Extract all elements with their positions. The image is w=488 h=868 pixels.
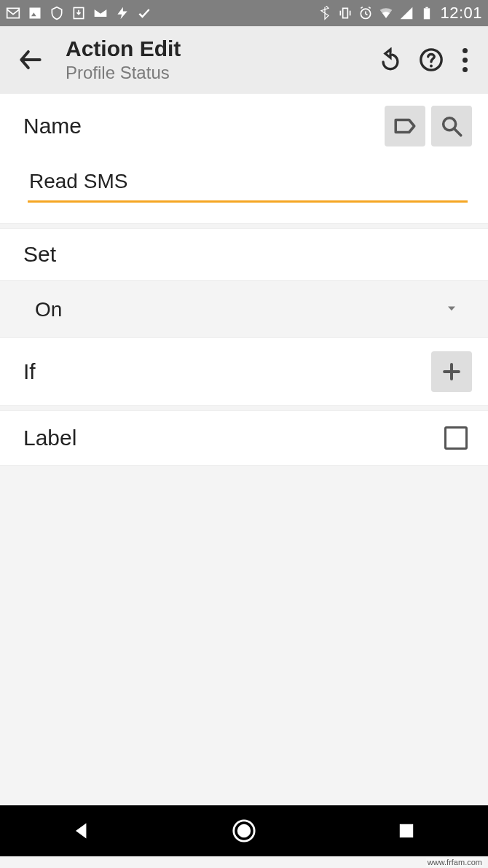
app-bar: Action Edit Profile Status (0, 26, 488, 93)
svg-rect-13 (426, 7, 428, 9)
signal-icon (399, 6, 414, 20)
svg-rect-24 (401, 824, 413, 837)
arrow-left-icon (17, 46, 44, 74)
gallery-icon (28, 6, 42, 20)
app-bar-titles: Action Edit Profile Status (52, 36, 378, 83)
watermark: www.frfam.com (426, 858, 484, 867)
page-title: Action Edit (66, 36, 378, 61)
overflow-menu-button[interactable] (460, 45, 471, 75)
tag-button[interactable] (385, 106, 425, 146)
wifi-icon (379, 6, 393, 20)
add-condition-button[interactable] (431, 351, 472, 392)
bolt-icon (115, 6, 130, 20)
svg-point-15 (430, 65, 433, 68)
tag-icon (393, 114, 417, 138)
bluetooth-icon (318, 6, 332, 20)
if-label: If (23, 359, 431, 384)
android-nav-bar (0, 805, 488, 856)
nav-back-button[interactable] (60, 809, 103, 853)
status-left-icons (6, 6, 151, 20)
status-clock: 12:01 (440, 4, 482, 23)
set-selected-value: On (35, 298, 444, 321)
dropdown-caret-icon (444, 301, 459, 318)
plus-icon (439, 359, 464, 384)
vibrate-icon (338, 6, 353, 20)
svg-rect-0 (7, 8, 20, 17)
alarm-icon (358, 6, 373, 20)
nav-home-icon (232, 818, 256, 843)
label-section: Label (0, 410, 488, 466)
if-section: If (0, 337, 488, 406)
label-option-label: Label (23, 426, 444, 450)
android-status-bar: 12:01 (0, 0, 488, 26)
nav-back-icon (71, 821, 92, 841)
help-icon[interactable] (419, 47, 444, 72)
app-bar-actions (378, 45, 479, 75)
set-dropdown[interactable]: On (0, 285, 488, 337)
svg-marker-4 (117, 7, 127, 20)
gmail-icon (6, 6, 20, 20)
name-label: Name (23, 114, 379, 138)
nav-home-button[interactable] (222, 809, 266, 853)
label-checkbox[interactable] (444, 426, 468, 450)
shield-icon (50, 6, 64, 20)
svg-marker-21 (76, 824, 86, 838)
nav-recent-icon (397, 821, 416, 840)
svg-line-17 (454, 129, 461, 136)
set-section: Set (0, 228, 488, 281)
download-icon (71, 6, 86, 20)
name-input[interactable] (28, 165, 468, 203)
mail-icon (93, 6, 108, 20)
undo-icon[interactable] (378, 47, 403, 72)
search-button[interactable] (431, 106, 472, 146)
svg-line-9 (361, 7, 363, 9)
content-area: Name Set On If (0, 93, 488, 466)
svg-rect-1 (30, 8, 41, 19)
svg-rect-12 (424, 8, 430, 19)
svg-point-23 (237, 825, 250, 837)
page-subtitle: Profile Status (66, 63, 378, 83)
set-label: Set (23, 242, 472, 267)
nav-recent-button[interactable] (385, 809, 428, 853)
svg-marker-11 (401, 7, 413, 20)
back-button[interactable] (9, 38, 52, 82)
name-section: Name (0, 93, 488, 224)
svg-marker-18 (448, 307, 455, 311)
check-icon (137, 6, 151, 20)
svg-rect-5 (343, 8, 348, 17)
status-right-icons: 12:01 (318, 4, 482, 23)
search-icon (439, 114, 464, 138)
svg-line-10 (369, 7, 371, 9)
battery-icon (420, 6, 434, 20)
